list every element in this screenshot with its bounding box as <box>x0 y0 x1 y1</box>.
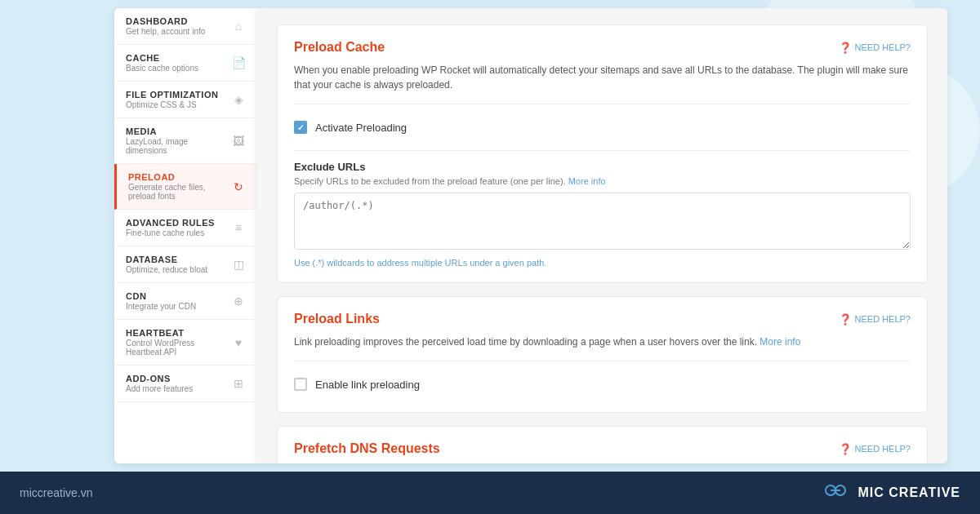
sidebar-icon: ◈ <box>231 93 246 106</box>
sidebar-icon: ◫ <box>231 258 246 271</box>
sidebar-item-database[interactable]: DATABASE Optimize, reduce bloat ◫ <box>114 246 257 283</box>
exclude-urls-textarea[interactable] <box>294 193 911 250</box>
sidebar-item-content: ADD-ONS Add more features <box>126 374 231 393</box>
sidebar-item-content: FILE OPTIMIZATION Optimize CSS & JS <box>126 90 231 109</box>
sidebar-item-add-ons[interactable]: ADD-ONS Add more features ⊞ <box>114 366 257 402</box>
preload-cache-help[interactable]: ❓ NEED HELP? <box>839 42 911 54</box>
sidebar-item-title: CACHE <box>126 53 231 63</box>
sidebar-icon: ⊞ <box>231 377 246 390</box>
sidebar-icon: ≡ <box>231 221 246 234</box>
help-icon-2: ❓ <box>839 313 852 326</box>
sidebar-item-title: ADVANCED RULES <box>126 218 231 228</box>
sidebar-item-subtitle: Add more features <box>126 384 231 393</box>
sidebar-item-title: PRELOAD <box>128 172 231 182</box>
sidebar: DASHBOARD Get help, account info ⌂ CACHE… <box>114 8 257 463</box>
footer-brand-name: MIC CREATIVE <box>858 485 960 500</box>
sidebar-item-content: PRELOAD Generate cache files, preload fo… <box>128 172 231 201</box>
checkmark-icon: ✓ <box>297 123 304 132</box>
sidebar-item-heartbeat[interactable]: HEARTBEAT Control WordPress Heartbeat AP… <box>114 320 257 366</box>
exclude-urls-hint: Use (.*) wildcards to address multiple U… <box>294 258 911 268</box>
sidebar-item-cdn[interactable]: CDN Integrate your CDN ⊕ <box>114 283 257 320</box>
sidebar-item-subtitle: Optimize CSS & JS <box>126 100 231 109</box>
preload-links-section: Preload Links ❓ NEED HELP? Link preloadi… <box>277 296 928 413</box>
sidebar-icon: 🖼 <box>231 135 246 148</box>
sidebar-item-subtitle: Generate cache files, preload fonts <box>128 183 231 201</box>
help-icon: ❓ <box>839 42 852 54</box>
sidebar-item-advanced-rules[interactable]: ADVANCED RULES Fine-tune cache rules ≡ <box>114 210 257 246</box>
sidebar-icon: ♥ <box>231 336 246 349</box>
sidebar-item-preload[interactable]: PRELOAD Generate cache files, preload fo… <box>114 164 257 210</box>
preload-links-title: Preload Links <box>294 312 380 326</box>
sidebar-item-subtitle: Integrate your CDN <box>126 302 231 311</box>
prefetch-dns-title: Prefetch DNS Requests <box>294 441 440 456</box>
sidebar-item-title: CDN <box>126 291 231 301</box>
exclude-urls-desc: Specify URLs to be excluded from the pre… <box>294 176 911 186</box>
exclude-urls-field: Exclude URLs Specify URLs to be excluded… <box>294 161 911 268</box>
help-icon-3: ❓ <box>839 443 852 455</box>
sidebar-item-subtitle: Fine-tune cache rules <box>126 228 231 237</box>
mic-creative-logo-icon <box>821 481 850 504</box>
sidebar-item-cache[interactable]: CACHE Basic cache options 📄 <box>114 45 257 82</box>
preload-links-help[interactable]: ❓ NEED HELP? <box>839 313 911 326</box>
sidebar-item-content: MEDIA LazyLoad, image dimensions <box>126 126 231 155</box>
footer: miccreative.vn MIC CREATIVE <box>0 472 980 514</box>
sidebar-item-title: DASHBOARD <box>126 16 231 26</box>
sidebar-item-content: DASHBOARD Get help, account info <box>126 16 231 36</box>
content-area: Preload Cache ❓ NEED HELP? When you enab… <box>257 8 947 463</box>
sidebar-item-subtitle: Control WordPress Heartbeat API <box>126 339 231 357</box>
exclude-urls-more-info[interactable]: More info <box>568 176 606 186</box>
activate-preloading-row[interactable]: ✓ Activate Preloading <box>294 114 911 140</box>
activate-preloading-label: Activate Preloading <box>315 122 407 134</box>
sidebar-item-media[interactable]: MEDIA LazyLoad, image dimensions 🖼 <box>114 118 257 164</box>
preload-cache-section: Preload Cache ❓ NEED HELP? When you enab… <box>277 24 928 283</box>
sidebar-item-title: MEDIA <box>126 126 231 136</box>
preload-links-more-info[interactable]: More info <box>760 336 800 348</box>
sidebar-item-title: FILE OPTIMIZATION <box>126 90 231 100</box>
sidebar-item-title: HEARTBEAT <box>126 328 231 338</box>
sidebar-item-content: DATABASE Optimize, reduce bloat <box>126 255 231 274</box>
sidebar-item-title: ADD-ONS <box>126 374 231 383</box>
sidebar-item-content: ADVANCED RULES Fine-tune cache rules <box>126 218 231 237</box>
sidebar-icon: ⊕ <box>231 295 246 308</box>
sidebar-item-subtitle: LazyLoad, image dimensions <box>126 137 231 155</box>
sidebar-icon: ⌂ <box>231 20 246 33</box>
prefetch-dns-help[interactable]: ❓ NEED HELP? <box>839 443 911 455</box>
preload-cache-desc: When you enable preloading WP Rocket wil… <box>294 63 911 92</box>
sidebar-icon: ↻ <box>231 180 246 193</box>
footer-brand-area: MIC CREATIVE <box>821 481 960 504</box>
sidebar-item-file-optimization[interactable]: FILE OPTIMIZATION Optimize CSS & JS ◈ <box>114 82 257 118</box>
sidebar-item-content: HEARTBEAT Control WordPress Heartbeat AP… <box>126 328 231 357</box>
sidebar-item-subtitle: Get help, account info <box>126 27 231 36</box>
sidebar-item-subtitle: Basic cache options <box>126 64 231 73</box>
sidebar-icon: 📄 <box>231 56 246 69</box>
sidebar-item-subtitle: Optimize, reduce bloat <box>126 265 231 274</box>
activate-preloading-checkbox[interactable]: ✓ <box>294 121 307 134</box>
preload-links-desc: Link preloading improves the perceived l… <box>294 335 911 349</box>
enable-link-preloading-row[interactable]: Enable link preloading <box>294 371 911 397</box>
sidebar-item-title: DATABASE <box>126 255 231 264</box>
sidebar-item-content: CDN Integrate your CDN <box>126 291 231 311</box>
sidebar-item-dashboard[interactable]: DASHBOARD Get help, account info ⌂ <box>114 8 257 45</box>
footer-website: miccreative.vn <box>20 486 92 499</box>
exclude-urls-label: Exclude URLs <box>294 161 911 173</box>
enable-link-preloading-checkbox[interactable] <box>294 378 307 391</box>
preload-cache-title: Preload Cache <box>294 40 385 55</box>
sidebar-item-content: CACHE Basic cache options <box>126 53 231 73</box>
enable-link-preloading-label: Enable link preloading <box>315 379 420 391</box>
prefetch-dns-section: Prefetch DNS Requests ❓ NEED HELP? DNS p… <box>277 426 928 463</box>
